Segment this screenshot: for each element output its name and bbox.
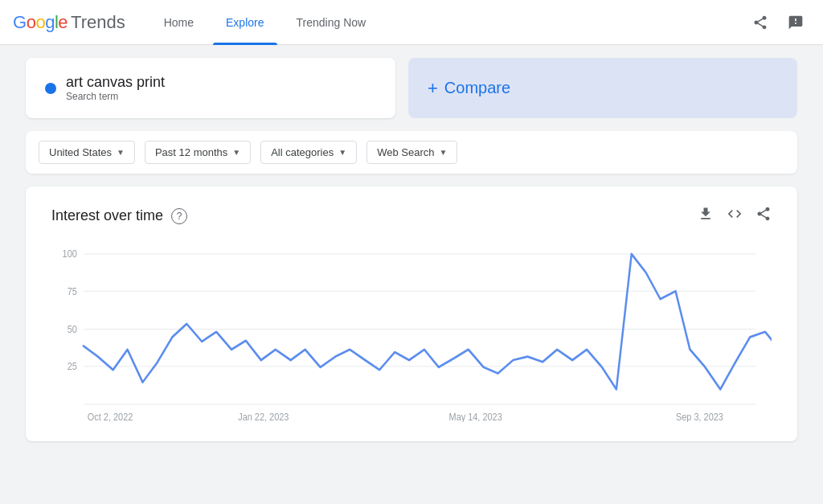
search-compare-row: art canvas print Search term + Compare xyxy=(26,58,797,118)
type-arrow-icon: ▼ xyxy=(439,148,447,157)
svg-text:May 14, 2023: May 14, 2023 xyxy=(449,412,502,422)
search-card: art canvas print Search term xyxy=(26,58,395,118)
svg-text:75: 75 xyxy=(68,286,77,297)
main-content: art canvas print Search term + Compare U… xyxy=(0,45,823,454)
download-icon[interactable] xyxy=(698,206,714,226)
feedback-button[interactable] xyxy=(781,8,810,37)
svg-text:100: 100 xyxy=(63,249,77,260)
svg-text:50: 50 xyxy=(68,324,77,334)
region-filter[interactable]: United States ▼ xyxy=(39,141,135,164)
share-button[interactable] xyxy=(746,8,775,37)
trends-wordmark: Trends xyxy=(71,12,125,33)
search-type: Search term xyxy=(66,91,165,102)
category-arrow-icon: ▼ xyxy=(338,148,346,157)
chart-title-row: Interest over time ? xyxy=(51,207,187,224)
filters-row: United States ▼ Past 12 months ▼ All cat… xyxy=(26,131,797,174)
help-icon[interactable]: ? xyxy=(171,208,187,224)
region-label: United States xyxy=(49,146,112,158)
google-wordmark: Google xyxy=(13,12,68,33)
compare-label: Compare xyxy=(444,79,510,97)
chart-line xyxy=(84,254,772,389)
search-dot xyxy=(45,83,56,94)
svg-text:Sep 3, 2023: Sep 3, 2023 xyxy=(676,412,723,422)
time-label: Past 12 months xyxy=(155,146,227,158)
svg-text:25: 25 xyxy=(68,362,77,372)
nav-home[interactable]: Home xyxy=(151,0,207,45)
compare-card[interactable]: + Compare xyxy=(408,58,797,118)
time-filter[interactable]: Past 12 months ▼ xyxy=(145,141,251,164)
chart-actions xyxy=(698,206,772,226)
share-chart-icon[interactable] xyxy=(755,206,772,226)
svg-text:Oct 2, 2022: Oct 2, 2022 xyxy=(88,412,133,422)
compare-plus-icon: + xyxy=(428,78,438,99)
search-text-group: art canvas print Search term xyxy=(66,74,165,102)
header: Google Trends Home Explore Trending Now xyxy=(0,0,823,45)
type-label: Web Search xyxy=(377,146,434,158)
search-term: art canvas print xyxy=(66,74,165,91)
chart-svg: 100 75 50 25 Oct 2, 2022 Jan 22, 2023 Ma… xyxy=(51,245,772,422)
embed-icon[interactable] xyxy=(727,206,743,226)
nav-explore[interactable]: Explore xyxy=(213,0,276,45)
nav-trending-now[interactable]: Trending Now xyxy=(284,0,379,45)
chart-card: Interest over time ? xyxy=(26,186,797,441)
main-nav: Home Explore Trending Now xyxy=(151,0,746,45)
type-filter[interactable]: Web Search ▼ xyxy=(366,141,457,164)
category-filter[interactable]: All categories ▼ xyxy=(260,141,357,164)
chart-title: Interest over time xyxy=(51,207,163,224)
svg-text:Jan 22, 2023: Jan 22, 2023 xyxy=(238,412,289,422)
header-actions xyxy=(746,8,810,37)
logo: Google Trends xyxy=(13,12,125,33)
category-label: All categories xyxy=(271,146,334,158)
time-arrow-icon: ▼ xyxy=(232,148,240,157)
region-arrow-icon: ▼ xyxy=(117,148,125,157)
chart-header: Interest over time ? xyxy=(51,206,772,226)
chart-area: 100 75 50 25 Oct 2, 2022 Jan 22, 2023 Ma… xyxy=(51,245,772,422)
